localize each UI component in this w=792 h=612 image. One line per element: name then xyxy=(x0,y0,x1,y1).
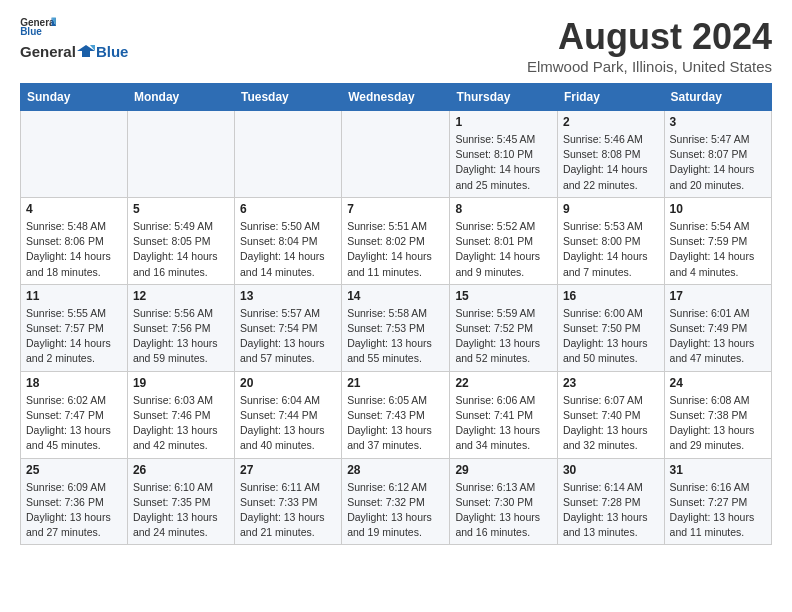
day-info: Sunrise: 5:52 AM Sunset: 8:01 PM Dayligh… xyxy=(455,219,552,280)
day-cell: 2Sunrise: 5:46 AM Sunset: 8:08 PM Daylig… xyxy=(557,111,664,198)
day-number: 19 xyxy=(133,376,229,390)
day-number: 21 xyxy=(347,376,444,390)
day-number: 10 xyxy=(670,202,766,216)
weekday-header-row: SundayMondayTuesdayWednesdayThursdayFrid… xyxy=(21,84,772,111)
day-info: Sunrise: 5:47 AM Sunset: 8:07 PM Dayligh… xyxy=(670,132,766,193)
day-number: 28 xyxy=(347,463,444,477)
week-row-5: 25Sunrise: 6:09 AM Sunset: 7:36 PM Dayli… xyxy=(21,458,772,545)
day-cell: 1Sunrise: 5:45 AM Sunset: 8:10 PM Daylig… xyxy=(450,111,558,198)
title-area: August 2024 Elmwood Park, Illinois, Unit… xyxy=(527,16,772,75)
day-number: 17 xyxy=(670,289,766,303)
day-info: Sunrise: 5:46 AM Sunset: 8:08 PM Dayligh… xyxy=(563,132,659,193)
day-number: 6 xyxy=(240,202,336,216)
day-info: Sunrise: 5:55 AM Sunset: 7:57 PM Dayligh… xyxy=(26,306,122,367)
day-number: 7 xyxy=(347,202,444,216)
weekday-header-sunday: Sunday xyxy=(21,84,128,111)
day-cell: 22Sunrise: 6:06 AM Sunset: 7:41 PM Dayli… xyxy=(450,371,558,458)
day-info: Sunrise: 6:13 AM Sunset: 7:30 PM Dayligh… xyxy=(455,480,552,541)
day-cell xyxy=(127,111,234,198)
day-number: 12 xyxy=(133,289,229,303)
day-cell: 10Sunrise: 5:54 AM Sunset: 7:59 PM Dayli… xyxy=(664,197,771,284)
day-number: 1 xyxy=(455,115,552,129)
logo-icon: General Blue xyxy=(20,16,56,36)
day-info: Sunrise: 6:06 AM Sunset: 7:41 PM Dayligh… xyxy=(455,393,552,454)
weekday-header-friday: Friday xyxy=(557,84,664,111)
day-cell: 13Sunrise: 5:57 AM Sunset: 7:54 PM Dayli… xyxy=(234,284,341,371)
day-cell: 6Sunrise: 5:50 AM Sunset: 8:04 PM Daylig… xyxy=(234,197,341,284)
day-number: 13 xyxy=(240,289,336,303)
day-number: 16 xyxy=(563,289,659,303)
day-cell: 5Sunrise: 5:49 AM Sunset: 8:05 PM Daylig… xyxy=(127,197,234,284)
day-number: 20 xyxy=(240,376,336,390)
logo-text-general: General xyxy=(20,43,76,60)
day-number: 14 xyxy=(347,289,444,303)
day-cell: 25Sunrise: 6:09 AM Sunset: 7:36 PM Dayli… xyxy=(21,458,128,545)
day-number: 30 xyxy=(563,463,659,477)
logo-text-blue: Blue xyxy=(96,43,129,60)
day-info: Sunrise: 5:51 AM Sunset: 8:02 PM Dayligh… xyxy=(347,219,444,280)
day-cell: 26Sunrise: 6:10 AM Sunset: 7:35 PM Dayli… xyxy=(127,458,234,545)
day-info: Sunrise: 6:07 AM Sunset: 7:40 PM Dayligh… xyxy=(563,393,659,454)
day-cell: 31Sunrise: 6:16 AM Sunset: 7:27 PM Dayli… xyxy=(664,458,771,545)
day-cell: 3Sunrise: 5:47 AM Sunset: 8:07 PM Daylig… xyxy=(664,111,771,198)
day-number: 29 xyxy=(455,463,552,477)
day-number: 25 xyxy=(26,463,122,477)
day-number: 9 xyxy=(563,202,659,216)
day-cell xyxy=(342,111,450,198)
day-info: Sunrise: 5:49 AM Sunset: 8:05 PM Dayligh… xyxy=(133,219,229,280)
day-info: Sunrise: 6:14 AM Sunset: 7:28 PM Dayligh… xyxy=(563,480,659,541)
day-cell: 21Sunrise: 6:05 AM Sunset: 7:43 PM Dayli… xyxy=(342,371,450,458)
day-cell: 28Sunrise: 6:12 AM Sunset: 7:32 PM Dayli… xyxy=(342,458,450,545)
location-title: Elmwood Park, Illinois, United States xyxy=(527,58,772,75)
day-number: 3 xyxy=(670,115,766,129)
day-number: 11 xyxy=(26,289,122,303)
day-cell: 9Sunrise: 5:53 AM Sunset: 8:00 PM Daylig… xyxy=(557,197,664,284)
day-cell: 18Sunrise: 6:02 AM Sunset: 7:47 PM Dayli… xyxy=(21,371,128,458)
day-cell: 11Sunrise: 5:55 AM Sunset: 7:57 PM Dayli… xyxy=(21,284,128,371)
day-cell: 29Sunrise: 6:13 AM Sunset: 7:30 PM Dayli… xyxy=(450,458,558,545)
day-number: 23 xyxy=(563,376,659,390)
day-info: Sunrise: 5:48 AM Sunset: 8:06 PM Dayligh… xyxy=(26,219,122,280)
day-number: 18 xyxy=(26,376,122,390)
day-info: Sunrise: 5:58 AM Sunset: 7:53 PM Dayligh… xyxy=(347,306,444,367)
day-cell: 17Sunrise: 6:01 AM Sunset: 7:49 PM Dayli… xyxy=(664,284,771,371)
day-info: Sunrise: 6:11 AM Sunset: 7:33 PM Dayligh… xyxy=(240,480,336,541)
week-row-2: 4Sunrise: 5:48 AM Sunset: 8:06 PM Daylig… xyxy=(21,197,772,284)
day-cell: 8Sunrise: 5:52 AM Sunset: 8:01 PM Daylig… xyxy=(450,197,558,284)
day-number: 5 xyxy=(133,202,229,216)
week-row-1: 1Sunrise: 5:45 AM Sunset: 8:10 PM Daylig… xyxy=(21,111,772,198)
day-cell xyxy=(234,111,341,198)
page-header: General Blue General Blue August 2024 El… xyxy=(20,16,772,75)
day-cell: 14Sunrise: 5:58 AM Sunset: 7:53 PM Dayli… xyxy=(342,284,450,371)
day-cell: 12Sunrise: 5:56 AM Sunset: 7:56 PM Dayli… xyxy=(127,284,234,371)
day-cell: 4Sunrise: 5:48 AM Sunset: 8:06 PM Daylig… xyxy=(21,197,128,284)
day-cell: 16Sunrise: 6:00 AM Sunset: 7:50 PM Dayli… xyxy=(557,284,664,371)
day-info: Sunrise: 6:03 AM Sunset: 7:46 PM Dayligh… xyxy=(133,393,229,454)
day-cell: 30Sunrise: 6:14 AM Sunset: 7:28 PM Dayli… xyxy=(557,458,664,545)
day-info: Sunrise: 6:09 AM Sunset: 7:36 PM Dayligh… xyxy=(26,480,122,541)
day-number: 27 xyxy=(240,463,336,477)
day-info: Sunrise: 5:54 AM Sunset: 7:59 PM Dayligh… xyxy=(670,219,766,280)
day-info: Sunrise: 5:45 AM Sunset: 8:10 PM Dayligh… xyxy=(455,132,552,193)
day-number: 31 xyxy=(670,463,766,477)
day-cell: 20Sunrise: 6:04 AM Sunset: 7:44 PM Dayli… xyxy=(234,371,341,458)
day-number: 2 xyxy=(563,115,659,129)
svg-text:Blue: Blue xyxy=(20,26,42,36)
day-info: Sunrise: 5:59 AM Sunset: 7:52 PM Dayligh… xyxy=(455,306,552,367)
day-info: Sunrise: 5:53 AM Sunset: 8:00 PM Dayligh… xyxy=(563,219,659,280)
day-info: Sunrise: 6:00 AM Sunset: 7:50 PM Dayligh… xyxy=(563,306,659,367)
day-info: Sunrise: 5:50 AM Sunset: 8:04 PM Dayligh… xyxy=(240,219,336,280)
day-cell: 27Sunrise: 6:11 AM Sunset: 7:33 PM Dayli… xyxy=(234,458,341,545)
day-info: Sunrise: 6:10 AM Sunset: 7:35 PM Dayligh… xyxy=(133,480,229,541)
day-info: Sunrise: 6:04 AM Sunset: 7:44 PM Dayligh… xyxy=(240,393,336,454)
day-cell: 23Sunrise: 6:07 AM Sunset: 7:40 PM Dayli… xyxy=(557,371,664,458)
day-info: Sunrise: 6:08 AM Sunset: 7:38 PM Dayligh… xyxy=(670,393,766,454)
month-title: August 2024 xyxy=(527,16,772,58)
day-info: Sunrise: 6:01 AM Sunset: 7:49 PM Dayligh… xyxy=(670,306,766,367)
weekday-header-tuesday: Tuesday xyxy=(234,84,341,111)
day-info: Sunrise: 6:05 AM Sunset: 7:43 PM Dayligh… xyxy=(347,393,444,454)
day-cell: 19Sunrise: 6:03 AM Sunset: 7:46 PM Dayli… xyxy=(127,371,234,458)
day-number: 4 xyxy=(26,202,122,216)
day-info: Sunrise: 5:56 AM Sunset: 7:56 PM Dayligh… xyxy=(133,306,229,367)
week-row-3: 11Sunrise: 5:55 AM Sunset: 7:57 PM Dayli… xyxy=(21,284,772,371)
